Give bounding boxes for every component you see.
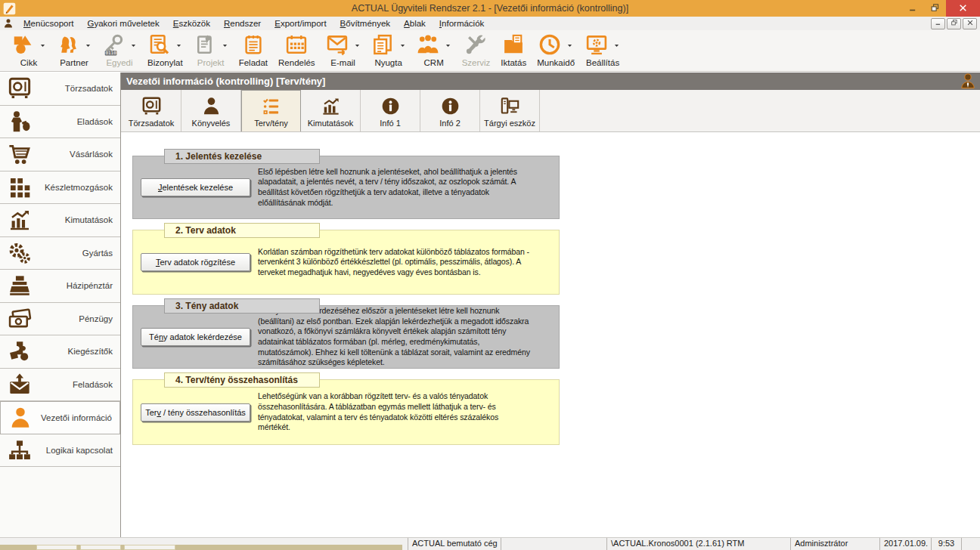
shopping-cart-icon — [7, 142, 33, 166]
menu-bovitmenyek[interactable]: Bővítmények — [333, 18, 397, 29]
menu-informaciok[interactable]: Információk — [433, 18, 491, 29]
people-group-icon — [417, 33, 439, 56]
menu-gyakori-muveletek[interactable]: Gyakori műveletek — [81, 18, 166, 29]
tab-info-1[interactable]: Infó 1 — [361, 90, 420, 131]
mdi-minimize-button[interactable] — [931, 18, 945, 29]
mdi-close-button[interactable] — [963, 18, 977, 29]
status-company: ACTUAL bemutató cég — [408, 538, 501, 550]
section-description: A tényadatok lekérdezéséhez először a je… — [258, 306, 532, 368]
toolbar-item-rendeles[interactable]: Rendelés — [273, 32, 321, 67]
sidebar-item-kiegeszitok[interactable]: Kiegészítők — [0, 335, 120, 369]
taskbar-button[interactable] — [124, 545, 175, 550]
application-window: ACTUAL Ügyviteli Rendszer 2.1 - [Vezetői… — [0, 0, 980, 550]
toolbar-item-feladat[interactable]: Feladat — [234, 32, 273, 67]
svg-text:0110: 0110 — [105, 50, 116, 55]
dropdown-caret-icon[interactable] — [354, 42, 361, 48]
taskbar-button[interactable] — [80, 545, 121, 550]
dropdown-caret-icon[interactable] — [445, 42, 451, 48]
section-description: Első lépésben létre kell hoznunk a jelen… — [258, 167, 532, 209]
receipt-icon — [371, 33, 394, 56]
info-icon — [440, 96, 461, 116]
sidebar-item-kimutatasok[interactable]: Kimutatások — [0, 204, 120, 237]
dropdown-caret-icon[interactable] — [175, 42, 182, 48]
cash-register-icon — [7, 273, 33, 298]
safe-icon — [141, 96, 162, 116]
sidebar-item-eladasok[interactable]: Eladások — [0, 106, 120, 139]
toolbar-item-partner[interactable]: Partner — [51, 32, 97, 67]
section-terv-adatok: 2. Terv adatok Terv adatok rögzítése Kor… — [132, 230, 560, 295]
tab-konyveles[interactable]: Könyvelés — [181, 90, 241, 131]
tab-kimutatasok[interactable]: Kimutatások — [301, 90, 361, 131]
dropdown-caret-icon[interactable] — [399, 42, 406, 48]
grid-blocks-icon — [7, 175, 33, 199]
restore-icon — [930, 3, 940, 14]
restore-button[interactable] — [924, 0, 946, 17]
sidebar-item-penzugy[interactable]: Pénzügy — [0, 303, 120, 336]
calendar-icon — [285, 33, 308, 56]
toolbar-item-bizonylat[interactable]: Bizonylat — [142, 32, 188, 67]
toolbar-item-email[interactable]: E-mail — [321, 32, 366, 67]
jelentesek-kezelese-button[interactable]: Jelentések kezelése — [141, 178, 250, 196]
gears-icon — [7, 241, 33, 265]
tab-targyi-eszkoz[interactable]: Tárgyi eszköz — [480, 90, 540, 131]
sidebar-item-gyartas[interactable]: Gyártás — [0, 237, 120, 270]
section-terv-teny-osszehasonlitas: 4. Terv/tény összehasonlítás Terv / tény… — [132, 379, 560, 445]
dropdown-caret-icon[interactable] — [130, 42, 137, 48]
sidebar-item-keszletmozgasok[interactable]: Készletmozgások — [0, 171, 120, 205]
sidebar-item-logikai-kapcsolat[interactable]: Logikai kapcsolat — [0, 434, 120, 468]
tab-terv-teny[interactable]: Terv/tény — [241, 90, 301, 131]
toolbar-item-cikk[interactable]: Cikk — [6, 32, 51, 67]
window-title: ACTUAL Ügyviteli Rendszer 2.1 - [Vezetői… — [0, 3, 980, 14]
menu-export-import[interactable]: Export/import — [268, 18, 333, 29]
section-description: Lehetőségünk van a korábban rögzített te… — [258, 391, 532, 433]
dropdown-caret-icon[interactable] — [222, 42, 228, 48]
taskbar-button[interactable] — [36, 545, 77, 550]
minimize-button[interactable] — [902, 0, 924, 17]
notepad-icon — [242, 33, 265, 56]
puzzle-icon — [7, 339, 33, 363]
toolbar-item-nyugta[interactable]: Nyugta — [366, 32, 411, 67]
menu-menucsoport[interactable]: Menücsoport — [17, 18, 81, 29]
section-jelentes-kezelese: 1. Jelentés kezelése Jelentések kezelése… — [132, 156, 560, 219]
toolbar-item-crm[interactable]: CRM — [411, 32, 457, 67]
dropdown-caret-icon[interactable] — [613, 42, 620, 48]
toolbar-item-munkaido[interactable]: Munkaidő — [532, 32, 580, 67]
dropdown-caret-icon[interactable] — [566, 42, 573, 48]
menu-rendszer[interactable]: Rendszer — [217, 18, 268, 29]
menu-ablak[interactable]: Ablak — [397, 18, 433, 29]
terv-adatok-rogzitese-button[interactable]: Terv adatok rögzítése — [141, 253, 250, 271]
safe-icon — [7, 76, 33, 100]
section-heading: 3. Tény adatok — [164, 298, 320, 314]
info-icon — [380, 96, 401, 116]
clock-icon — [538, 33, 561, 56]
menu-eszkozok[interactable]: Eszközök — [166, 18, 217, 29]
sidebar-item-feladasok[interactable]: Feladások — [0, 369, 120, 402]
tools-icon — [464, 33, 487, 56]
sidebar-item-torzsadatok[interactable]: Törzsadatok — [0, 73, 120, 106]
manager-person-icon — [959, 73, 977, 90]
teny-adatok-lekerdezese-button[interactable]: Tény adatok lekérdezése — [141, 328, 250, 346]
sidebar-item-vezetoi-informacio[interactable]: Vezetői információ — [0, 401, 120, 434]
dropdown-caret-icon[interactable] — [39, 42, 46, 48]
close-button[interactable] — [946, 0, 980, 17]
status-date: 2017.01.09. — [880, 538, 932, 550]
dropdown-caret-icon[interactable] — [85, 42, 91, 48]
person-bag-icon — [7, 110, 33, 134]
folder-document-icon — [502, 33, 525, 56]
terv-teny-osszehasonlitas-button[interactable]: Terv / tény összehasonlítás — [141, 403, 250, 422]
document-pin-icon — [194, 33, 216, 56]
minimize-icon — [935, 19, 942, 28]
tab-torzsadatok[interactable]: Törzsadatok — [122, 90, 181, 131]
sidebar-item-hazipenztar[interactable]: Házipénztár — [0, 270, 120, 303]
bar-chart-icon — [321, 96, 341, 116]
status-version: \ACTUAL.Kronos0001 (2.1.61) RTM — [607, 538, 791, 550]
section-heading: 4. Terv/tény összehasonlítás — [164, 372, 320, 388]
restore-icon — [951, 19, 958, 28]
toolbar-item-iktatas[interactable]: Iktatás — [495, 32, 532, 67]
toolbar-item-beallitas[interactable]: Beállítás — [580, 32, 625, 67]
sidebar-item-vasarlasok[interactable]: Vásárlások — [0, 138, 120, 171]
tab-info-2[interactable]: Infó 2 — [420, 90, 480, 131]
mdi-restore-button[interactable] — [947, 18, 961, 29]
taskbar-sliver — [0, 545, 402, 550]
tab-bar: Törzsadatok Könyvelés Terv/tény Kimutatá… — [121, 90, 980, 132]
